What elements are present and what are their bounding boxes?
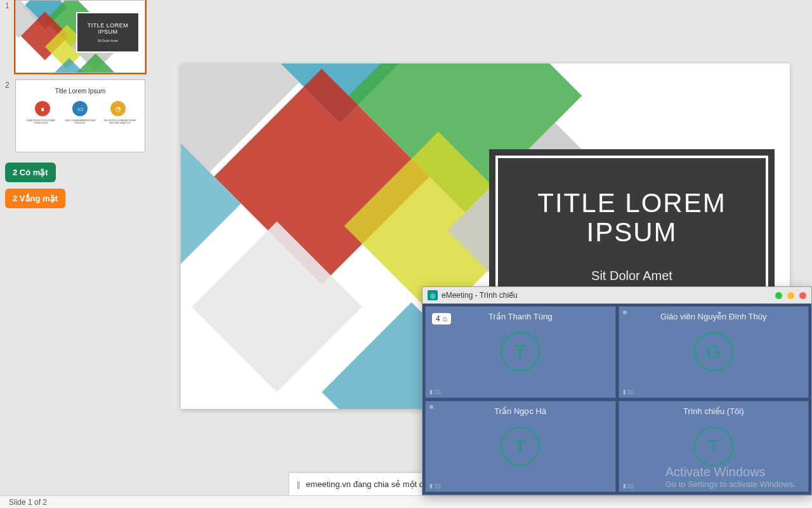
mic-icon: ▮ ▯▯ xyxy=(429,483,441,489)
maximize-button[interactable] xyxy=(787,292,794,299)
participant-tile[interactable]: 4 ⌂ Trần Thanh Tùng T ▮ ▯▯ xyxy=(425,306,616,398)
participant-name: Trần Thanh Tùng xyxy=(426,312,615,321)
mic-icon: ▮ ▯▯ xyxy=(623,389,634,395)
participant-name: Trần Ngọc Hà xyxy=(426,406,615,416)
monitor-icon: ▭ xyxy=(72,101,88,116)
thumbnail-row-2: 2 Title Lorem Ipsum ∎ ▭ ◔ LOREM IPSUM DO… xyxy=(5,79,154,152)
meeting-window-title: eMeeting - Trình chiếu xyxy=(442,291,518,300)
participant-name: Trình chiếu (Tôi) xyxy=(619,406,809,416)
watermark-sub: Go to Settings to activate Windows. xyxy=(665,479,796,489)
thumbnail-2-icons: ∎ ▭ ◔ xyxy=(16,101,145,116)
status-bar: Slide 1 of 2 xyxy=(0,495,812,508)
app-icon: ◎ xyxy=(428,290,438,300)
thumbnail-row-1: 1 TITLE LOREM IPSUM xyxy=(5,0,154,73)
slide-thumbnail-1[interactable]: TITLE LOREM IPSUM Sit Dolor Amet xyxy=(15,0,145,73)
caption: PELLENTESQUE HABITANT MORBI TRISTIQUE SE… xyxy=(104,120,136,124)
timer-icon: ◔ xyxy=(110,101,126,116)
thumbnail-subtitle: Sit Dolor Amet xyxy=(98,39,118,43)
caption: NUNC VIVERRA IMPERDIET ENIM FUSCE EST xyxy=(64,120,96,124)
thumbnail-2-title: Title Lorem Ipsum xyxy=(16,88,145,95)
thumbnail-title-box: TITLE LOREM IPSUM Sit Dolor Amet xyxy=(76,12,140,53)
share-notice-text: emeeting.vn đang chia sẻ một cửa xyxy=(306,479,433,489)
participant-avatar: T xyxy=(694,427,733,466)
meeting-titlebar[interactable]: ◎ eMeeting - Trình chiếu xyxy=(422,287,811,304)
slide-thumbnail-2[interactable]: Title Lorem Ipsum ∎ ▭ ◔ LOREM IPSUM DOLO… xyxy=(15,79,145,152)
slide-counter: Slide 1 of 2 xyxy=(9,498,47,507)
drag-handle-icon: || xyxy=(297,480,299,489)
windows-activation-watermark: Activate Windows Go to Settings to activ… xyxy=(665,465,796,489)
share-notice[interactable]: || emeeting.vn đang chia sẻ một cửa xyxy=(289,472,442,495)
watermark-title: Activate Windows xyxy=(665,465,796,479)
mic-icon: ▮ ▯▯ xyxy=(623,483,634,489)
slide-title-line2: IPSUM xyxy=(586,218,677,247)
participant-name: Giáo viên Nguyễn Đình Thùy xyxy=(619,312,809,321)
participant-tile[interactable]: Giáo viên Nguyễn Đình Thùy G ▮ ▯▯ xyxy=(619,306,809,398)
thumbnail-title: TITLE LOREM IPSUM xyxy=(77,22,138,35)
people-icon: ⌂ xyxy=(443,314,447,323)
absent-badge[interactable]: 2 Vắng mặt xyxy=(5,189,65,208)
slide-thumbnail-panel: 1 TITLE LOREM IPSUM xyxy=(0,0,159,495)
participant-avatar: G xyxy=(694,332,733,371)
slide-title-line1: TITLE LOREM xyxy=(537,189,726,218)
minimize-button[interactable] xyxy=(775,292,782,299)
thumbnail-2-captions: LOREM IPSUM DOLOR SIT AMET CONSECTETUR N… xyxy=(16,120,145,124)
count-number: 4 xyxy=(436,314,440,323)
thumbnail-number: 1 xyxy=(5,0,15,10)
participant-tile[interactable]: Trần Ngọc Hà T ▮ ▯▯ xyxy=(425,401,616,493)
present-badge[interactable]: 2 Có mặt xyxy=(5,163,56,182)
participant-avatar: T xyxy=(501,332,540,371)
meeting-window[interactable]: ◎ eMeeting - Trình chiếu 4 ⌂ Trần Thanh … xyxy=(422,286,812,495)
participant-avatar: T xyxy=(501,427,540,466)
slide-subtitle: Sit Dolor Amet xyxy=(591,269,672,283)
thumbnail-number: 2 xyxy=(5,79,15,90)
mic-icon: ▮ ▯▯ xyxy=(429,389,441,395)
close-button[interactable] xyxy=(799,292,806,299)
chart-icon: ∎ xyxy=(35,101,50,116)
window-controls xyxy=(775,292,806,299)
participant-count-badge[interactable]: 4 ⌂ xyxy=(432,313,451,324)
caption: LOREM IPSUM DOLOR SIT AMET CONSECTETUR xyxy=(25,120,56,124)
